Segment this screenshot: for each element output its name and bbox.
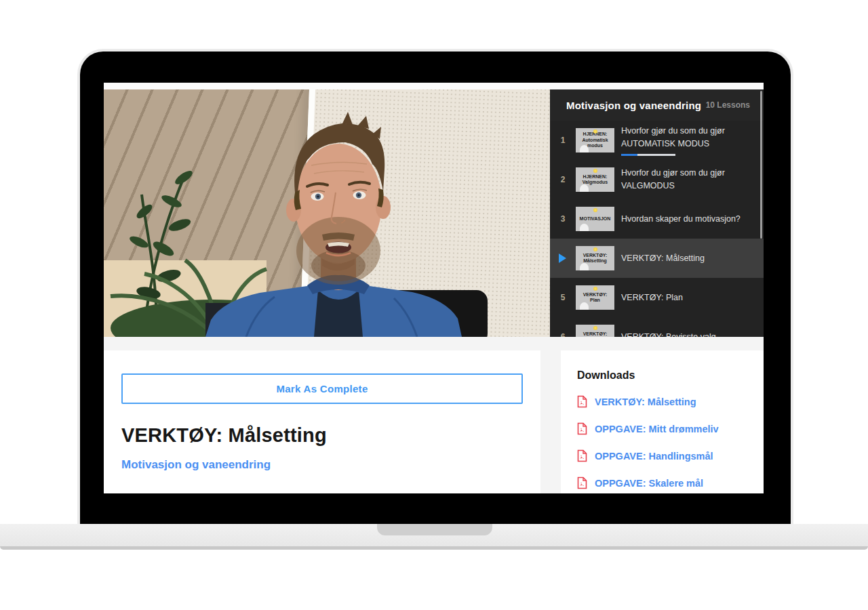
lesson-thumbnail: VERKTØY: Plan xyxy=(576,285,614,310)
download-link[interactable]: OPPGAVE: Mitt drømmeliv xyxy=(595,424,719,434)
lesson-title-line: Hvorfor gjør du som du gjør xyxy=(621,125,725,138)
download-row[interactable]: OPPGAVE: Handlingsmål xyxy=(577,449,747,462)
playlist-item-6[interactable]: 6 VERKTØY: Valg VERKTØY: Bevisste valg xyxy=(550,317,764,337)
lesson-thumbnail: HJERNEN: Automatisk modus xyxy=(576,128,614,152)
thumb-text: Målsetting xyxy=(583,258,607,264)
thumb-text: VERKTØY: xyxy=(583,331,608,337)
video-player[interactable] xyxy=(104,89,550,337)
lesson-title-line: AUTOMATISK MODUS xyxy=(621,138,725,150)
playlist-title: Motivasjon og vaneendring xyxy=(566,100,701,111)
downloads-heading: Downloads xyxy=(577,369,747,382)
thumb-text: Automatisk modus xyxy=(576,138,614,149)
thumb-text: VERKTØY: xyxy=(583,253,608,258)
playlist-scrollbar[interactable] xyxy=(760,91,762,239)
playlist-item-4-active[interactable]: VERKTØY: Målsetting VERKTØY: Målsetting xyxy=(550,239,764,278)
lesson-title-line: VALGMODUS xyxy=(621,180,725,192)
laptop-frame: Motivasjon og vaneendring 10 Lessons 1 H… xyxy=(80,52,791,524)
pdf-icon xyxy=(577,422,587,435)
lesson-text: VERKTØY: Målsetting xyxy=(621,252,705,265)
download-row[interactable]: OPPGAVE: Skalere mål xyxy=(577,476,747,489)
lesson-thumbnail: MOTIVASJON xyxy=(576,207,614,231)
lesson-number: 3 xyxy=(557,214,569,224)
lesson-text: Hvordan skaper du motivasjon? xyxy=(621,213,741,226)
lesson-text: Hvorfor du gjør som du gjør VALGMODUS xyxy=(621,167,725,192)
lesson-number: 2 xyxy=(557,175,569,184)
thumb-text: HJERNEN: xyxy=(583,131,608,137)
course-link[interactable]: Motivasjon og vaneendring xyxy=(121,458,271,472)
playlist-item-1[interactable]: 1 HJERNEN: Automatisk modus Hvorfor gjør… xyxy=(550,121,764,160)
lesson-title-line: VERKTØY: Plan xyxy=(621,291,683,304)
lesson-text: Hvorfor gjør du som du gjør AUTOMATISK M… xyxy=(621,125,725,156)
lesson-title-line: Hvorfor du gjør som du gjør xyxy=(621,167,725,180)
page-content: Mark As Complete VERKTØY: Målsetting Mot… xyxy=(104,337,764,493)
thumb-text: Valgmodus xyxy=(583,180,608,185)
download-link[interactable]: VERKTØY: Målsetting xyxy=(595,396,696,407)
laptop-base-notch xyxy=(377,524,492,535)
playlist-header: Motivasjon og vaneendring 10 Lessons xyxy=(550,89,764,121)
lesson-title-line: Hvordan skaper du motivasjon? xyxy=(621,213,741,226)
playlist-item-3[interactable]: 3 MOTIVASJON Hvordan skaper du motivasjo… xyxy=(550,199,764,239)
lesson-thumbnail: VERKTØY: Valg xyxy=(576,325,614,337)
thumb-text: MOTIVASJON xyxy=(580,216,611,222)
pdf-icon xyxy=(577,476,587,489)
lesson-number: 1 xyxy=(557,136,569,145)
download-row[interactable]: OPPGAVE: Mitt drømmeliv xyxy=(577,422,747,435)
lesson-progress-bar xyxy=(621,154,675,156)
downloads-card: Downloads VERKTØY: Målsetting OPPGAVE: M… xyxy=(561,350,764,493)
screen: Motivasjon og vaneendring 10 Lessons 1 H… xyxy=(104,83,764,493)
lesson-text: VERKTØY: Plan xyxy=(621,291,683,304)
presenter xyxy=(104,89,550,337)
thumb-text: Plan xyxy=(590,298,600,303)
lesson-page-title: VERKTØY: Målsetting xyxy=(121,424,523,447)
playlist-panel: Motivasjon og vaneendring 10 Lessons 1 H… xyxy=(550,89,764,337)
playlist-item-2[interactable]: 2 HJERNEN: Valgmodus Hvorfor du gjør som… xyxy=(550,160,764,199)
playlist-lesson-count: 10 Lessons xyxy=(706,100,750,110)
play-icon xyxy=(559,253,566,263)
thumb-text: HJERNEN: xyxy=(583,174,608,180)
lesson-text: VERKTØY: Bevisste valg xyxy=(621,331,716,337)
lesson-thumbnail: VERKTØY: Målsetting xyxy=(576,246,614,270)
lesson-thumbnail: HJERNEN: Valgmodus xyxy=(576,167,614,192)
lesson-card: Mark As Complete VERKTØY: Målsetting Mot… xyxy=(104,350,540,493)
download-link[interactable]: OPPGAVE: Handlingsmål xyxy=(595,451,713,462)
lesson-number: 6 xyxy=(557,332,569,337)
playlist-item-5[interactable]: 5 VERKTØY: Plan VERKTØY: Plan xyxy=(550,278,764,317)
lesson-number: 5 xyxy=(557,293,569,302)
downloads-list: VERKTØY: Målsetting OPPGAVE: Mitt drømme… xyxy=(577,395,747,489)
pdf-icon xyxy=(577,449,587,462)
pdf-icon xyxy=(577,395,587,408)
download-link[interactable]: OPPGAVE: Skalere mål xyxy=(595,478,703,489)
laptop-base-edge xyxy=(0,546,868,550)
mark-as-complete-button[interactable]: Mark As Complete xyxy=(121,373,523,404)
thumb-text: VERKTØY: xyxy=(583,292,608,298)
lesson-title-line: VERKTØY: Bevisste valg xyxy=(621,331,716,337)
download-row[interactable]: VERKTØY: Målsetting xyxy=(577,395,747,408)
lesson-title-line: VERKTØY: Målsetting xyxy=(621,252,705,265)
